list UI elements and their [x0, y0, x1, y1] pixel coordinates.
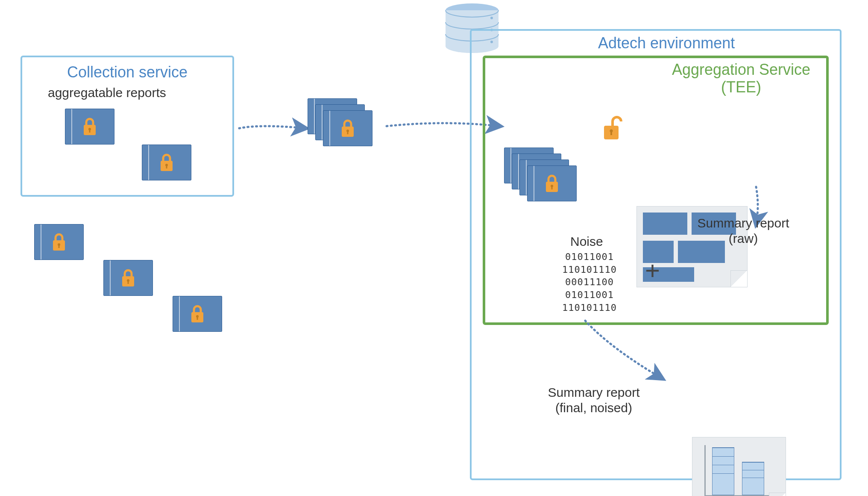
lock-closed-icon — [82, 117, 97, 136]
lock-open-icon — [602, 115, 624, 144]
collection-service-title: Collection service — [22, 63, 232, 81]
summary-raw-line1: Summary report — [697, 216, 789, 230]
noise-bits-line: 00011100 — [555, 276, 624, 289]
svg-rect-17 — [347, 131, 349, 134]
summary-raw-label: Summary report (raw) — [683, 216, 803, 246]
locked-report — [142, 145, 191, 180]
svg-rect-14 — [197, 316, 198, 320]
noise-label: Noise — [570, 234, 603, 249]
svg-point-21 — [490, 17, 493, 19]
summary-final-line1: Summary report — [548, 385, 639, 399]
locked-report — [34, 224, 84, 260]
aggregation-title-line2: (TEE) — [721, 78, 761, 96]
svg-rect-8 — [59, 245, 60, 248]
svg-rect-26 — [551, 186, 553, 189]
batched-reports-stack — [308, 98, 380, 150]
lock-closed-icon — [544, 174, 560, 193]
arrow-collection-to-batch — [237, 120, 310, 137]
noise-bits-line: 01011001 — [555, 251, 624, 263]
plus-symbol: + — [645, 256, 660, 285]
lock-closed-icon — [190, 304, 205, 323]
svg-rect-5 — [166, 165, 167, 168]
lock-closed-icon — [159, 153, 174, 172]
summary-raw-chart — [692, 437, 786, 496]
locked-report — [103, 260, 153, 296]
aggregatable-reports-label: aggregatable reports — [48, 86, 166, 100]
summary-raw-line2: (raw) — [729, 231, 758, 245]
noise-bits: 01011001 110101110 00011100 01011001 110… — [555, 251, 624, 314]
lock-closed-icon — [340, 119, 355, 138]
summary-final-label: Summary report (final, noised) — [530, 385, 658, 416]
lock-closed-icon — [120, 269, 136, 287]
svg-rect-2 — [89, 129, 91, 133]
locked-report — [323, 110, 372, 146]
aggregation-service-title: Aggregation Service (TEE) — [658, 61, 824, 96]
locked-report — [173, 296, 222, 332]
svg-rect-11 — [128, 280, 129, 284]
noise-bits-line: 110101110 — [555, 263, 624, 276]
lock-closed-icon — [51, 233, 67, 251]
tee-reports-stack — [504, 148, 585, 203]
locked-report — [65, 109, 114, 145]
noise-bits-line: 01011001 — [555, 289, 624, 301]
adtech-environment-title: Adtech environment — [598, 34, 735, 52]
collection-service-box: Collection service aggregatable reports — [21, 56, 234, 197]
locked-report — [527, 165, 577, 201]
noise-bits-line: 110101110 — [555, 301, 624, 314]
svg-rect-29 — [610, 131, 612, 135]
arrow-to-final — [577, 319, 671, 383]
summary-final-line2: (final, noised) — [555, 401, 632, 415]
aggregation-title-line1: Aggregation Service — [672, 61, 810, 78]
